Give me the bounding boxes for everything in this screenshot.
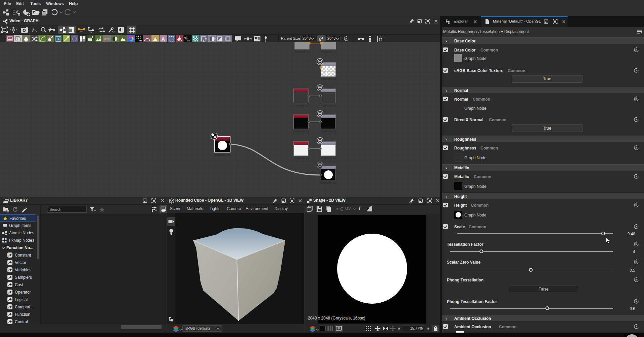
svg-text:01: 01: [139, 39, 142, 42]
svg-text:i: i: [32, 27, 34, 33]
svg-text:s: s: [378, 329, 380, 332]
svg-text:01: 01: [187, 39, 190, 42]
svg-text:R: R: [18, 39, 20, 41]
svg-text:A: A: [162, 36, 165, 42]
